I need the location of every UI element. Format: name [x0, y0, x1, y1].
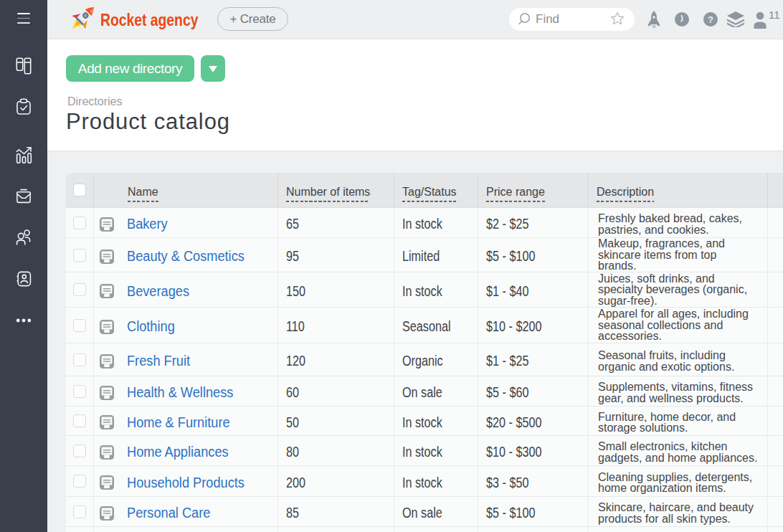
svg-text:?: ?	[708, 14, 713, 25]
